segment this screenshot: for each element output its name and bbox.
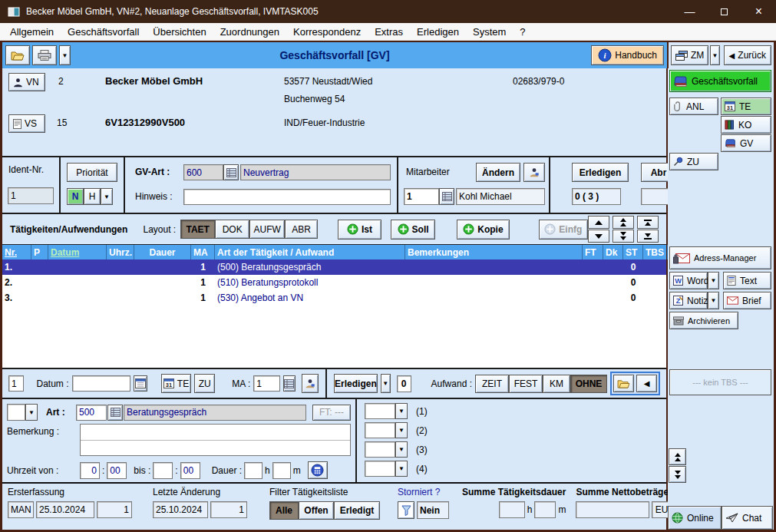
prioritaet-button[interactable]: Priorität (67, 163, 117, 182)
filter-erledigt-button[interactable]: Erledigt (334, 501, 380, 520)
layout-abr-button[interactable]: ABR (285, 220, 318, 239)
filter-funnel-button[interactable] (398, 501, 414, 519)
vn-button[interactable]: VN (8, 73, 45, 91)
slot-3-field[interactable] (365, 441, 395, 458)
gv-art-picker-button[interactable] (223, 164, 239, 180)
vs-button[interactable]: VS (8, 114, 45, 133)
slot-1-field[interactable] (365, 403, 395, 419)
print-dropdown-icon[interactable]: ▼ (59, 45, 71, 65)
col-dauer[interactable]: Dauer (134, 245, 191, 259)
notiz-dropdown-icon[interactable]: ▼ (708, 292, 719, 309)
dauer-minuten-field[interactable] (272, 462, 291, 479)
mitarbeiter-nr-field[interactable]: 1 (404, 188, 439, 205)
table-row[interactable]: 1. 1 (500) Beratungsgespräch 0 (2, 259, 666, 275)
sidebar-ko-button[interactable]: KO (721, 116, 771, 134)
von-stunde-field[interactable]: 0 (80, 462, 100, 479)
menu-geschaeftsvorfall[interactable]: Geschäftsvorfall (61, 26, 146, 38)
col-datum[interactable]: Datum (48, 245, 107, 259)
detail-nr-field[interactable]: 1 (8, 375, 24, 392)
filter-alle-button[interactable]: Alle (269, 501, 299, 520)
menu-help[interactable]: ? (513, 26, 532, 38)
prio-h-toggle[interactable]: H (84, 188, 101, 205)
soll-button[interactable]: Soll (391, 220, 436, 240)
sidebar-page-up-icon[interactable] (669, 448, 686, 465)
table-row[interactable]: 3. 1 (530) Angebot an VN 0 (2, 290, 666, 306)
col-art[interactable]: Art der Tätigkeit / Aufwand (215, 245, 405, 259)
col-ft[interactable]: FT (583, 245, 603, 259)
sidebar-gv-button[interactable]: GV (721, 134, 771, 152)
page-down-icon[interactable] (613, 230, 634, 243)
minimize-icon[interactable]: — (672, 0, 707, 23)
sidebar-page-down-icon[interactable] (669, 466, 686, 483)
chat-button[interactable]: Chat (722, 506, 773, 530)
menu-system[interactable]: System (466, 26, 513, 38)
art-combo-dropdown-icon[interactable]: ▼ (25, 404, 38, 421)
ma-field[interactable]: 1 (253, 375, 280, 392)
bis-stunde-field[interactable] (153, 462, 173, 479)
art-combo-field[interactable] (7, 404, 25, 421)
close-icon[interactable]: × (741, 0, 776, 23)
print-button[interactable] (32, 45, 57, 65)
aendern-button[interactable]: Ändern (476, 163, 520, 182)
hinweis-field[interactable] (183, 189, 391, 205)
bemerkung-field[interactable] (80, 424, 351, 456)
slot-4-field[interactable] (365, 461, 395, 477)
col-uhrz[interactable]: Uhrz. (107, 245, 134, 259)
sidebar-te-button[interactable]: 31 TE (721, 97, 771, 115)
open-button[interactable] (5, 45, 30, 65)
row-down-button[interactable] (588, 230, 609, 243)
row-up-button[interactable] (588, 216, 609, 229)
mitarbeiter-person-button[interactable] (523, 163, 545, 182)
calendar-picker-button[interactable] (134, 375, 147, 392)
handbuch-button[interactable]: i Handbuch (591, 45, 664, 65)
layout-taet-button[interactable]: TAET (180, 220, 215, 239)
slot-2-dropdown-icon[interactable]: ▼ (395, 422, 408, 438)
col-ma[interactable]: MA (191, 245, 215, 259)
sidebar-zu-button[interactable]: ZU (669, 153, 718, 170)
brief-button[interactable]: Brief (723, 292, 771, 309)
word-dropdown-icon[interactable]: ▼ (708, 272, 719, 289)
calc-button[interactable] (308, 461, 328, 479)
ident-field[interactable]: 1 (8, 187, 54, 204)
art-code-field[interactable]: 500 (76, 405, 107, 421)
detail-open-button[interactable] (613, 375, 634, 392)
zm-button[interactable]: ZM (671, 45, 708, 65)
aufwand-zeit-button[interactable]: ZEIT (475, 375, 509, 393)
col-dk[interactable]: Dk (603, 245, 623, 259)
page-up-icon[interactable] (613, 216, 634, 229)
einfg-button[interactable]: Einfg (539, 220, 588, 240)
col-st[interactable]: ST (623, 245, 643, 259)
menu-extras[interactable]: Extras (368, 26, 410, 38)
slot-4-dropdown-icon[interactable]: ▼ (395, 461, 408, 477)
maximize-icon[interactable] (707, 0, 741, 23)
menu-korrespondenz[interactable]: Korrespondenz (286, 26, 368, 38)
word-button[interactable]: W Word (669, 272, 708, 289)
dauer-stunden-field[interactable] (244, 462, 263, 479)
zm-dropdown-icon[interactable]: ▼ (710, 45, 719, 65)
menu-erledigen[interactable]: Erledigen (410, 26, 466, 38)
aufwand-fest-button[interactable]: FEST (509, 375, 543, 393)
col-bemerkungen[interactable]: Bemerkungen (405, 245, 583, 259)
layout-dok-button[interactable]: DOK (215, 220, 249, 239)
col-p[interactable]: P (31, 245, 48, 259)
erledigen-dropdown-icon[interactable]: ▼ (381, 374, 391, 393)
archivieren-button[interactable]: Archivieren (669, 312, 738, 329)
col-tbs[interactable]: TBS (643, 245, 668, 259)
menu-uebersichten[interactable]: Übersichten (146, 26, 213, 38)
ma-picker-button[interactable] (283, 375, 296, 392)
datum-field[interactable] (72, 375, 131, 392)
slot-2-field[interactable] (365, 422, 395, 438)
te-button[interactable]: 31TE (161, 374, 191, 393)
menu-allgemein[interactable]: Allgemein (3, 26, 61, 38)
layout-aufw-button[interactable]: AUFW (249, 220, 285, 239)
ma-person-button[interactable] (302, 374, 319, 393)
scroll-bottom-icon[interactable] (637, 230, 659, 243)
slot-3-dropdown-icon[interactable]: ▼ (395, 441, 408, 458)
mitarbeiter-picker-button[interactable] (439, 188, 454, 205)
text-button[interactable]: Text (723, 272, 771, 289)
prio-dropdown-icon[interactable]: ▼ (101, 188, 113, 205)
ft-button[interactable]: FT: --- (312, 405, 351, 421)
slot-1-dropdown-icon[interactable]: ▼ (395, 403, 408, 419)
sidebar-anl-button[interactable]: ANL (669, 97, 718, 115)
kopie-button[interactable]: Kopie (457, 220, 509, 240)
